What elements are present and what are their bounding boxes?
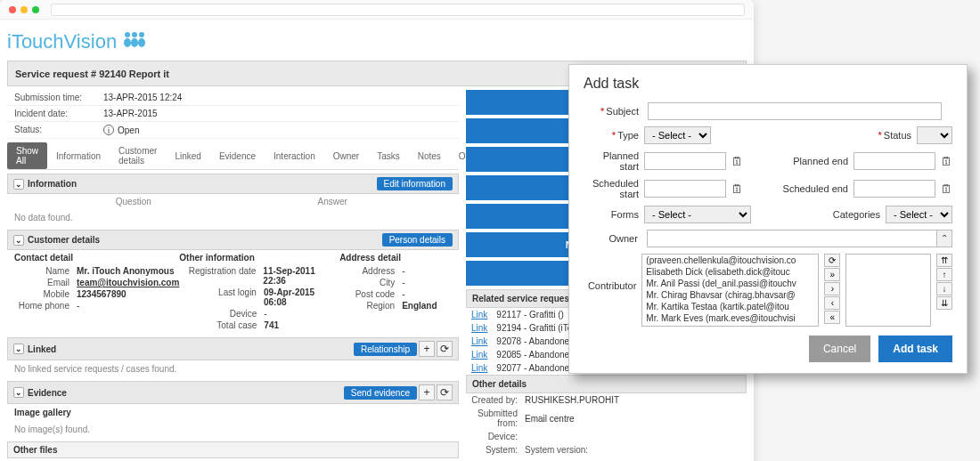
question-col: Question	[34, 197, 233, 206]
tab-owner[interactable]: Owner	[324, 148, 368, 165]
categories-label: Categories	[809, 209, 880, 220]
type-select[interactable]: - Select -	[644, 126, 711, 144]
scheduled-end-label: Scheduled end	[777, 183, 848, 194]
shuttle-remove-icon[interactable]: ‹	[824, 296, 840, 310]
browser-title-bar	[0, 0, 754, 20]
forms-select[interactable]: - Select -	[644, 206, 751, 223]
shuttle-add-icon[interactable]: ›	[824, 282, 840, 295]
move-down-icon[interactable]: ↓	[936, 282, 952, 295]
registration-date: 11-Sep-2011 22:36	[263, 266, 339, 286]
tab-evidence[interactable]: Evidence	[210, 148, 265, 165]
tab-customer-details[interactable]: Customer details	[110, 142, 166, 169]
status-label-m: Status	[884, 130, 911, 141]
calendar-icon[interactable]: 🗓	[941, 182, 952, 196]
planned-end-label: Planned end	[777, 156, 848, 166]
tab-interaction[interactable]: Interaction	[265, 148, 324, 165]
chevron-down-icon[interactable]: ⌄	[13, 179, 24, 190]
tab-information[interactable]: Information	[47, 148, 110, 165]
add-task-modal: Add task *Subject *Type - Select - *Stat…	[568, 64, 968, 374]
section-information-title: Information	[28, 179, 77, 189]
linked-no-data: No linked service requests / cases found…	[7, 360, 459, 377]
contributor-selected-list[interactable]	[845, 254, 931, 327]
section-linked-title: Linked	[28, 344, 56, 354]
customer-name: Mr. iTouch Anonymous	[77, 266, 174, 276]
incident-date-value: 13-APR-2015	[103, 109, 158, 118]
planned-end-input[interactable]	[853, 152, 935, 170]
add-task-button[interactable]: Add task	[878, 336, 952, 362]
owner-label: Owner	[584, 233, 638, 244]
contributor-available-list[interactable]: (praveen.chellenkula@itouchvision.coElis…	[641, 254, 819, 327]
tab-notes[interactable]: Notes	[409, 148, 450, 165]
other-files-title: Other files	[13, 445, 57, 455]
move-top-icon[interactable]: ⇈	[936, 254, 952, 267]
tab-tasks[interactable]: Tasks	[368, 148, 409, 165]
send-evidence-button[interactable]: Send evidence	[344, 386, 417, 400]
calendar-icon[interactable]: 🗓	[731, 182, 743, 196]
person-details-button[interactable]: Person details	[382, 233, 453, 247]
related-link[interactable]: Link	[471, 323, 487, 333]
subject-label: Subject	[606, 106, 639, 117]
svg-point-0	[125, 32, 130, 37]
status-select[interactable]	[917, 126, 952, 144]
chevron-down-icon[interactable]: ⌄	[13, 387, 24, 398]
total-case: 741	[264, 320, 279, 330]
customer-home-phone: -	[77, 301, 79, 311]
categories-select[interactable]: - Select -	[886, 206, 952, 223]
svg-point-4	[131, 38, 138, 47]
svg-point-5	[138, 38, 145, 47]
region: England	[402, 301, 437, 311]
calendar-icon[interactable]: 🗓	[941, 155, 952, 168]
customer-email[interactable]: team@itouchvision.com	[77, 278, 179, 287]
add-icon[interactable]: +	[419, 384, 435, 400]
window-maximize-dot[interactable]	[32, 6, 39, 13]
type-label: Type	[617, 130, 639, 141]
people-icon	[120, 30, 145, 53]
tab-linked[interactable]: Linked	[166, 148, 209, 165]
scheduled-end-input[interactable]	[853, 180, 935, 198]
status-value: Open	[118, 125, 139, 135]
window-close-dot[interactable]	[9, 6, 16, 13]
subject-input[interactable]	[648, 102, 942, 120]
related-link[interactable]: Link	[471, 363, 487, 373]
cancel-button[interactable]: Cancel	[809, 336, 870, 362]
svg-point-3	[124, 38, 131, 47]
window-minimize-dot[interactable]	[20, 6, 28, 13]
relationship-button[interactable]: Relationship	[354, 343, 417, 356]
created-by: RUSHIKESH.PUROHIT	[525, 395, 619, 405]
refresh-icon[interactable]: ⟳	[437, 341, 453, 357]
related-link[interactable]: Link	[471, 336, 487, 346]
move-up-icon[interactable]: ↑	[936, 268, 952, 281]
owner-dropdown-icon[interactable]: ⌃	[936, 230, 952, 247]
edit-information-button[interactable]: Edit information	[377, 177, 453, 190]
url-bar[interactable]	[51, 4, 745, 16]
calendar-icon[interactable]: 🗓	[731, 155, 743, 168]
add-icon[interactable]: +	[419, 341, 435, 357]
submitted-from: Email centre	[525, 414, 575, 424]
planned-start-input[interactable]	[644, 152, 726, 170]
related-link[interactable]: Link	[471, 310, 487, 319]
related-link[interactable]: Link	[471, 350, 487, 360]
submission-time-label: Submission time:	[14, 93, 103, 102]
last-login: 09-Apr-2015 06:08	[264, 287, 339, 307]
owner-input[interactable]	[647, 230, 936, 247]
section-evidence-title: Evidence	[28, 388, 67, 398]
info-no-data: No data found.	[7, 209, 459, 226]
info-icon: i	[103, 125, 114, 135]
no-images: No image(s) found.	[7, 421, 459, 438]
incident-date-label: Incident date:	[14, 109, 103, 118]
shuttle-add-all-icon[interactable]: »	[824, 268, 840, 281]
device-value: -	[264, 309, 266, 319]
scheduled-start-input[interactable]	[644, 180, 726, 198]
shuttle-refresh-icon[interactable]: ⟳	[824, 254, 840, 267]
tabs-row: Show All Information Customer details Li…	[7, 142, 459, 170]
logo: iTouchVision	[7, 27, 747, 61]
image-gallery-header: Image gallery	[7, 404, 459, 421]
chevron-down-icon[interactable]: ⌄	[13, 235, 24, 246]
answer-col: Answer	[233, 197, 433, 206]
tab-show-all[interactable]: Show All	[7, 142, 47, 169]
shuttle-remove-all-icon[interactable]: «	[824, 311, 840, 324]
other-details-header: Other details	[466, 375, 747, 393]
chevron-down-icon[interactable]: ⌄	[13, 344, 24, 354]
refresh-icon[interactable]: ⟳	[437, 384, 453, 400]
move-bottom-icon[interactable]: ⇊	[936, 296, 952, 310]
